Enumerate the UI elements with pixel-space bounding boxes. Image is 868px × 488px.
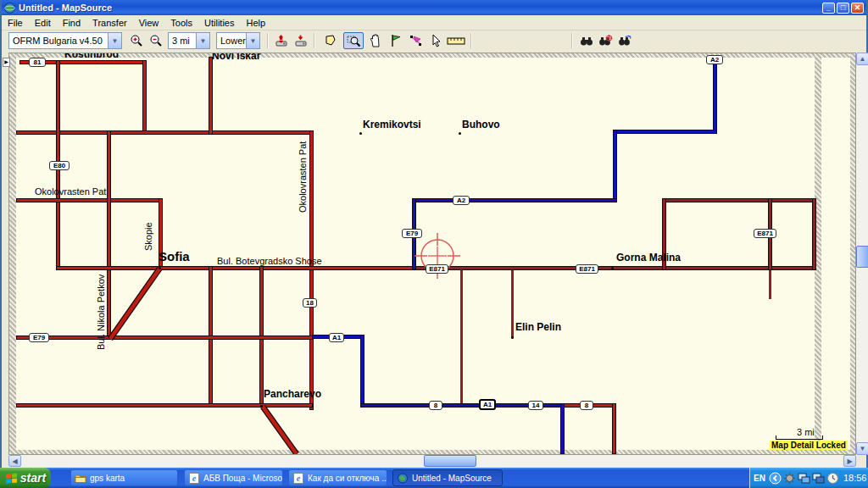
zoom-out-button[interactable] [147,32,164,49]
taskbar-task-mapsource[interactable]: Untitled - MapSource [392,469,503,486]
taskbar: start gps kartaeАБВ Поща - Microsoft...e… [0,468,868,488]
title-bar: Untitled - MapSource _ □ ✕ [2,0,866,15]
svg-text:e: e [192,474,197,483]
road-shield-18: 18 [303,298,317,308]
map-label-buhovo: Buhovo [462,119,500,130]
menu-item-view[interactable]: View [133,16,165,30]
find-recent-button[interactable] [615,32,632,49]
chevron-down-icon[interactable]: ▼ [246,33,259,48]
map-label-kostinbrod: Kostinbrod [64,53,119,60]
map-detail-value: Lower [217,36,246,46]
road-shield-a1: A1 [479,399,496,410]
vertical-scroll-thumb[interactable] [856,246,868,268]
map-label-bul-botevgradsko-shose: Bul. Botevgradsko Shose [217,256,322,266]
map-detail-combo[interactable]: Lower ▼ [216,32,260,49]
send-to-device-icon [275,34,288,47]
waypoint-tool-button[interactable] [387,32,404,49]
task-label: Untitled - MapSource [412,474,492,483]
measure-tool-button[interactable] [446,32,466,49]
task-label: АБВ Поща - Microsoft... [203,474,283,483]
map-label-gorna-malina: Gorna Malina [616,252,681,263]
scroll-right-button[interactable]: ▶ [843,455,856,467]
scroll-left-button[interactable]: ◀ [8,455,21,467]
clock: 18:56 [843,473,867,483]
menu-item-edit[interactable]: Edit [29,16,57,30]
binoculars-target-icon [598,35,613,47]
network-1-icon[interactable] [798,472,810,485]
find-nearest-button[interactable] [597,32,614,49]
gear-icon[interactable] [783,472,796,485]
start-button[interactable]: start [0,468,51,488]
binoculars-recent-icon [617,35,632,47]
scroll-down-button[interactable]: ▼ [856,442,868,455]
map-product-combo[interactable]: OFRM Bulgaria v4.50 ▼ [8,32,122,49]
menu-item-help[interactable]: Help [240,16,271,30]
map-label-sofia: Sofia [159,249,190,263]
chevron-down-icon[interactable]: ▼ [108,33,121,48]
toolbar: OFRM Bulgaria v4.50 ▼ 3 mi ▼ Lower ▼ [2,30,866,52]
folder-icon [75,473,86,484]
windows-flag-icon [5,472,18,485]
mapsource-window: Untitled - MapSource _ □ ✕ FileEditFindT… [0,0,868,468]
scroll-up-button[interactable]: ▲ [856,53,868,65]
menu-item-transfer[interactable]: Transfer [86,16,133,30]
mapsource-globe-icon [4,3,15,14]
scheduler-icon[interactable] [826,472,839,485]
ruler-icon [447,36,465,46]
map-scale-bar [776,435,823,440]
menu-item-tools[interactable]: Tools [164,16,198,30]
menu-item-find[interactable]: Find [57,16,86,30]
map-tool-button[interactable] [322,32,339,49]
map-scale-combo[interactable]: 3 mi ▼ [168,32,210,49]
minimize-button[interactable]: _ [822,3,835,14]
road-shield-e871: E871 [754,229,776,238]
map-detail-locked-badge: Map Detail Locked [770,441,848,450]
ie-icon: e [292,473,304,484]
language-indicator[interactable]: EN [754,474,765,483]
road-shield-a2: A2 [453,196,470,205]
task-label: gps karta [90,474,125,483]
map-label-kremikovtsi: Kremikovtsi [363,119,421,130]
find-button[interactable] [578,32,595,49]
road-shield-8: 8 [580,401,593,410]
network-2-icon[interactable] [812,472,825,485]
system-tray: EN 18:56 [749,468,868,488]
menu-item-utilities[interactable]: Utilities [198,16,240,30]
route-tool-button[interactable] [408,32,425,49]
map-label-bul-nikola-petkov: Bul. Nikola Petkov [96,274,106,350]
task-label: Как да си отключа ... [308,474,387,483]
horizontal-scroll-thumb[interactable] [424,455,476,467]
selection-tool-button[interactable] [427,32,444,49]
map-region-icon [324,34,337,47]
map-canvas[interactable]: 3 mi Map Detail Locked 81E80E79E79A2A2E8… [8,53,856,455]
close-button[interactable]: ✕ [851,3,864,14]
map-label-skopie: Skopie [143,222,153,251]
maximize-button[interactable]: □ [837,3,849,14]
menu-item-file[interactable]: File [2,16,29,30]
flag-icon [390,34,402,47]
taskbar-task-gps-karta[interactable]: gps karta [70,469,178,486]
road-shield-e871: E871 [576,264,598,274]
city-dot [611,267,614,269]
vertical-scrollbar[interactable]: ▲ ▼ [856,53,868,455]
ie-icon: e [188,473,200,484]
hide-chevron-icon[interactable] [769,472,782,485]
receive-from-device-icon [294,34,308,47]
map-label-okolovrasten-pat: Okolovrasten Pat [298,141,308,213]
taskbar-task-абв-поща-microsoft-[interactable]: eАБВ Поща - Microsoft... [184,469,283,486]
road-shield-e871: E871 [426,264,448,274]
road-shield-e80: E80 [49,161,70,170]
pan-tool-button[interactable] [367,32,384,49]
start-label: start [20,471,46,485]
zoom-tool-button[interactable] [343,32,364,49]
send-to-device-button[interactable] [273,32,290,49]
zoom-out-icon [149,34,163,47]
receive-from-device-button[interactable] [292,32,309,49]
road-shield-a1: A1 [329,333,344,342]
chevron-down-icon[interactable]: ▼ [196,33,209,48]
svg-text:e: e [297,474,301,483]
horizontal-scrollbar[interactable]: ◀ ▶ [8,455,856,467]
zoom-in-button[interactable] [128,32,145,49]
taskbar-task-как-да-си-отключа-[interactable]: eКак да си отключа ... [288,469,387,486]
map-label-pancharevo: Pancharevo [264,388,321,400]
